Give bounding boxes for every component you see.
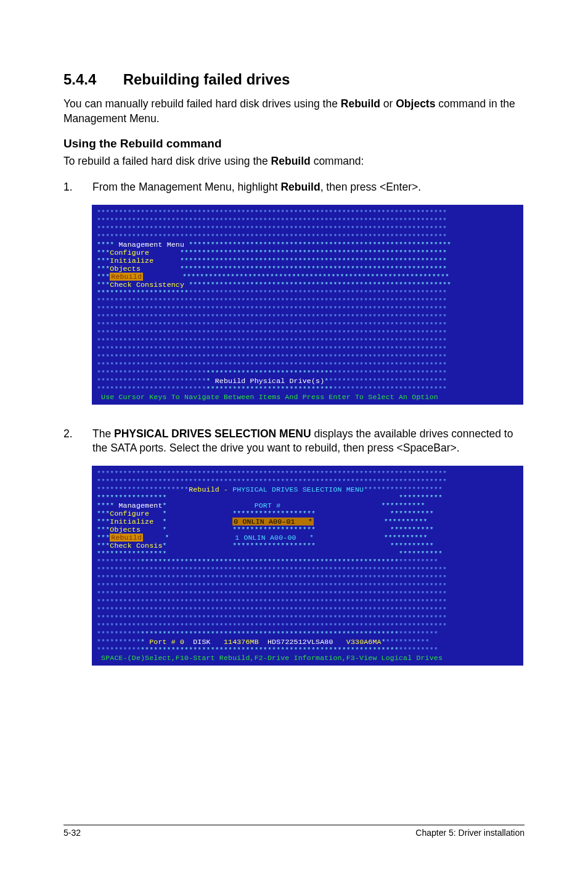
section-title: Rebuilding failed drives — [123, 71, 290, 88]
page-footer: 5-32 Chapter 5: Driver installation — [63, 825, 525, 838]
term1-item-rebuild: Rebuild — [110, 273, 143, 281]
term2-item-objects: Objects — [110, 526, 141, 534]
section-heading: 5.4.4 Rebuilding failed drives — [63, 71, 525, 88]
step-2: 2. The PHYSICAL DRIVES SELECTION MENU di… — [63, 427, 525, 456]
intro-bold-objects: Objects — [396, 97, 435, 110]
term2-drive-model: HDS722512VLSA80 — [267, 638, 333, 646]
term1-item-objects: Objects — [110, 265, 141, 273]
term2-item-rebuild: Rebuild — [110, 534, 143, 542]
term2-statusbar: SPACE-(De)Select,F10-Start Rebuild,F2-Dr… — [101, 654, 443, 662]
term1-banner: Rebuild Physical Drive(s) — [215, 377, 325, 385]
step-2-number: 2. — [63, 427, 92, 456]
term1-item-initialize: Initialize — [110, 257, 153, 265]
sub-bold-rebuild: Rebuild — [271, 155, 311, 167]
term2-title-main: PHYSICAL DRIVES SELECTION MENU — [232, 485, 364, 493]
step-1-text: From the Management Menu, highlight Rebu… — [92, 180, 525, 195]
intro-bold-rebuild: Rebuild — [341, 97, 380, 110]
term2-drive-type: DISK — [193, 638, 210, 646]
term2-item-initialize: Initialize — [110, 518, 153, 526]
step-1-bold: Rebuild — [280, 181, 320, 193]
step-2-text: The PHYSICAL DRIVES SELECTION MENU displ… — [92, 427, 525, 456]
footer-page-number: 5-32 — [63, 828, 81, 838]
term2-item-check: Check Consis — [110, 542, 162, 550]
term1-statusbar: Use Cursor Keys To Navigate Between Item… — [101, 393, 438, 401]
step-2-bold: PHYSICAL DRIVES SELECTION MENU — [114, 427, 311, 440]
term2-title-prefix: Rebuild - — [189, 485, 232, 493]
step-1: 1. From the Management Menu, highlight R… — [63, 180, 525, 195]
term2-menu-title: Management — [119, 501, 163, 510]
sub-paragraph: To rebuild a failed hard disk drive usin… — [63, 154, 525, 169]
sub-heading: Using the Rebuild command — [63, 137, 525, 151]
term2-port-header: PORT # — [255, 501, 281, 510]
footer-chapter: Chapter 5: Driver installation — [415, 828, 525, 838]
terminal-screenshot-1: ****************************************… — [92, 205, 523, 405]
section-number: 5.4.4 — [63, 71, 119, 88]
term2-drive-port: Port # 0 — [149, 638, 184, 646]
intro-paragraph: You can manually rebuild failed hard dis… — [63, 97, 525, 126]
term1-item-configure: Configure — [110, 249, 149, 257]
term1-item-check: Check Consistency — [110, 281, 184, 289]
term2-drive-serial: V330A6MA — [346, 638, 382, 646]
terminal-screenshot-2: ****************************************… — [92, 466, 523, 666]
term2-item-configure: Configure — [110, 510, 149, 518]
step-1-number: 1. — [63, 180, 92, 195]
term1-menu-title: Management Menu — [119, 241, 185, 249]
term2-drive-size: 114376MB — [224, 638, 259, 646]
